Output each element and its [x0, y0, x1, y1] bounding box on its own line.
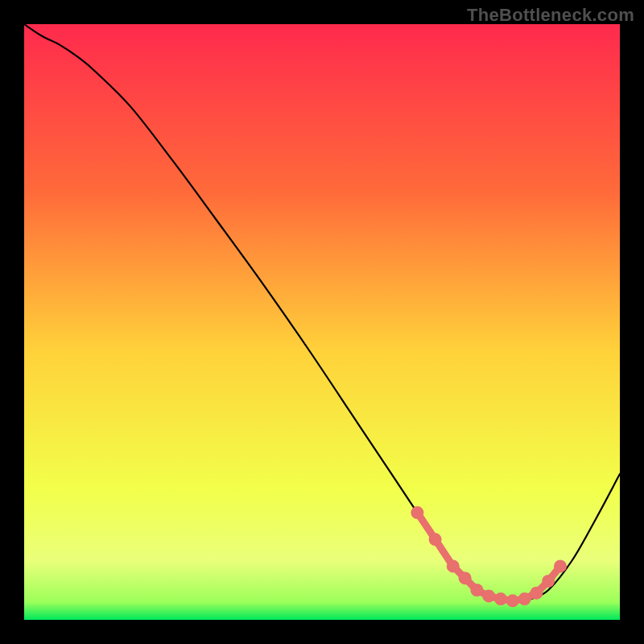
- highlight-marker: [518, 592, 531, 605]
- highlight-marker: [447, 559, 460, 572]
- plot-area: [24, 24, 620, 620]
- highlight-marker: [494, 592, 507, 605]
- chart-frame: TheBottleneck.com: [0, 0, 644, 644]
- highlight-marker: [429, 533, 442, 546]
- highlight-marker: [459, 572, 472, 584]
- chart-svg: [24, 24, 620, 620]
- highlight-marker: [482, 589, 495, 602]
- highlight-marker: [506, 594, 519, 607]
- highlight-markers: [411, 506, 567, 608]
- highlight-marker: [554, 559, 567, 572]
- highlight-marker: [411, 506, 423, 519]
- bottleneck-curve: [24, 24, 620, 602]
- highlight-marker: [542, 575, 555, 588]
- highlight-marker: [470, 584, 483, 597]
- watermark-text: TheBottleneck.com: [467, 5, 634, 26]
- highlight-marker: [530, 587, 543, 600]
